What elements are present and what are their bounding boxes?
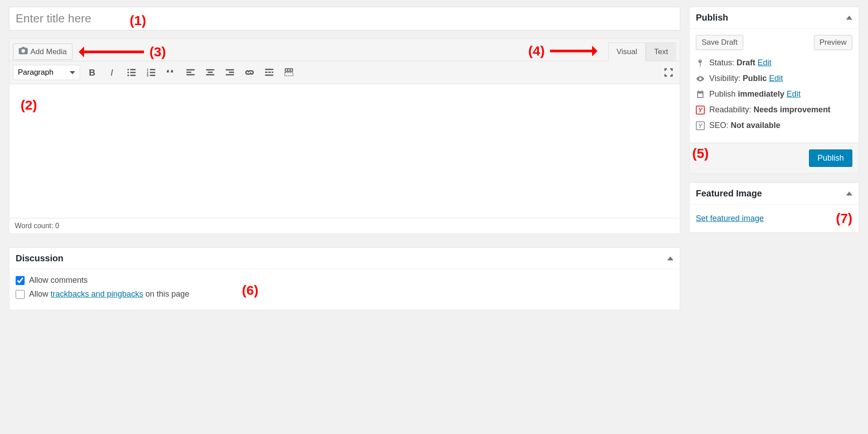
align-left-button[interactable] [183,65,198,80]
yoast-readability-icon: Y [696,106,705,115]
publish-metabox: Publish Save Draft Preview Status: Draft… [689,7,859,174]
preview-button[interactable]: Preview [814,35,852,50]
format-select-label: Paragraph [18,68,53,77]
set-featured-image-link[interactable]: Set featured image [696,214,764,223]
blockquote-button[interactable] [163,65,178,80]
readability-row: Y Readability: Needs improvement [696,105,852,115]
collapse-icon [846,191,852,196]
svg-rect-24 [268,72,271,73]
featured-image-title: Featured Image [696,188,762,199]
annotation-4: (4) [528,43,595,59]
publish-button[interactable]: Publish [809,149,852,167]
svg-point-5 [127,75,129,77]
svg-rect-28 [286,69,288,71]
annotation-5: (5) [692,146,709,161]
svg-rect-22 [265,69,273,70]
svg-rect-30 [291,69,292,71]
bullet-list-button[interactable] [124,65,139,80]
svg-rect-19 [226,69,234,71]
svg-rect-4 [130,72,135,73]
svg-rect-31 [285,72,293,76]
svg-rect-2 [130,69,135,70]
publish-toggle[interactable]: Publish [690,7,859,29]
edit-schedule-link[interactable]: Edit [787,89,800,98]
annotation-3: (3) [81,44,166,60]
post-title-input[interactable] [9,7,680,30]
svg-point-0 [25,47,27,49]
read-more-button[interactable] [262,65,277,80]
allow-trackbacks-row[interactable]: Allow trackbacks and pingbacks on this p… [16,289,673,299]
featured-image-toggle[interactable]: Featured Image [690,183,859,204]
svg-point-3 [127,72,129,73]
edit-visibility-link[interactable]: Edit [769,74,783,83]
chevron-down-icon [70,71,75,74]
add-media-button[interactable]: Add Media [13,43,72,60]
allow-trackbacks-checkbox[interactable] [16,290,25,299]
edit-status-link[interactable]: Edit [758,58,771,67]
svg-rect-18 [206,74,214,76]
align-right-button[interactable] [222,65,237,80]
allow-comments-row[interactable]: Allow comments [16,276,673,285]
seo-row: Y SEO: Not available [696,121,852,130]
editor-content[interactable]: (2) [9,84,680,218]
svg-rect-25 [272,72,274,73]
word-count: Word count: 0 [9,218,680,234]
publish-title: Publish [696,13,728,23]
annotation-2: (2) [21,98,37,113]
allow-comments-label: Allow comments [29,276,88,285]
collapse-icon [846,16,852,20]
allow-trackbacks-label: Allow trackbacks and pingbacks on this p… [29,289,189,299]
svg-rect-23 [265,72,268,73]
svg-rect-10 [150,72,155,73]
svg-rect-13 [186,69,195,71]
yoast-seo-icon: Y [696,121,705,130]
editor-container: Add Media (3) (4) Visual Text Paragraph [9,38,680,234]
save-draft-button[interactable]: Save Draft [696,35,743,50]
status-row: Status: Draft Edit [696,58,852,68]
discussion-title: Discussion [16,253,64,264]
featured-image-metabox: Featured Image Set featured image (7) [689,183,859,233]
trackbacks-link[interactable]: trackbacks and pingbacks [51,289,143,298]
link-button[interactable] [242,65,257,80]
schedule-row: Publish immediately Edit [696,89,852,99]
svg-rect-17 [208,72,213,73]
fullscreen-button[interactable] [661,65,676,80]
svg-rect-16 [206,69,214,71]
add-media-label: Add Media [30,47,67,56]
svg-text:3: 3 [147,73,148,77]
svg-rect-20 [229,72,234,73]
svg-rect-8 [150,69,155,70]
svg-rect-29 [288,69,290,71]
collapse-icon [667,256,673,260]
svg-rect-14 [186,72,191,73]
align-center-button[interactable] [203,65,218,80]
allow-comments-checkbox[interactable] [16,276,25,285]
svg-rect-21 [226,74,234,76]
numbered-list-button[interactable]: 123 [144,65,159,80]
camera-icon [19,47,28,57]
tab-visual[interactable]: Visual [608,43,646,61]
svg-rect-15 [186,74,195,76]
svg-rect-12 [150,75,155,76]
annotation-7: (7) [836,211,852,226]
svg-rect-6 [130,75,135,76]
svg-rect-26 [265,75,273,76]
format-select[interactable]: Paragraph [13,65,80,80]
italic-button[interactable]: I [104,65,119,80]
svg-point-1 [127,69,129,71]
discussion-toggle[interactable]: Discussion [9,248,680,269]
bold-button[interactable]: B [85,65,100,80]
visibility-row: Visibility: Public Edit [696,74,852,83]
editor-toolbar: Paragraph B I 123 [9,61,680,84]
calendar-icon [696,90,705,99]
toolbar-toggle-button[interactable] [281,65,296,80]
key-icon [696,59,705,68]
tab-text[interactable]: Text [646,43,676,61]
discussion-metabox: Discussion Allow comments Allow trackbac… [9,247,680,310]
eye-icon [696,74,705,83]
